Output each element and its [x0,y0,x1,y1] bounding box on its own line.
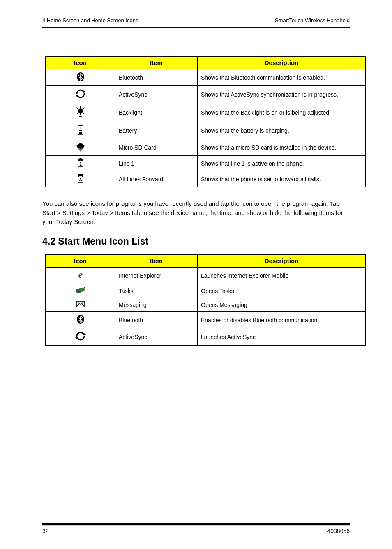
desc-cell: Shows that Bluetooth communication is en… [198,69,366,86]
col-icon: Icon [46,57,115,69]
sync-icon [74,331,87,343]
footer-rule-2 [42,524,350,526]
col-item: Item [115,57,198,69]
header-rule-1 [42,26,350,26]
svg-line-8 [83,108,85,109]
description-paragraph: You can also see icons for programs you … [42,199,350,226]
desc-cell: Shows that ActiveSync synchronization is… [198,86,366,103]
bluetooth-icon [76,72,85,83]
item-cell: ActiveSync [115,328,198,346]
table-row: Bluetooth Shows that Bluetooth communica… [46,69,366,86]
col-item: Item [115,255,198,268]
table-row: + Battery Shows that the battery is char… [46,122,366,139]
desc-cell: Shows that the battery is charging. [198,122,366,139]
sd-card-icon [75,142,86,153]
item-cell: All Lines Forward [115,171,198,187]
col-desc: Description [198,57,366,69]
desc-cell: Enables or disables Bluetooth communicat… [198,312,366,328]
col-icon: Icon [46,255,115,268]
table-row: ActiveSync Launches ActiveSync [46,328,366,346]
header-rule-2 [42,27,350,28]
messaging-icon [76,300,85,309]
header-right: SmartTouch Wireless Handheld [275,17,350,23]
status-icons-table: Icon Item Description Bluetooth Shows th… [45,56,366,187]
item-cell: Bluetooth [115,312,198,328]
table-row: A All Lines Forward Shows that the phone… [46,171,366,187]
item-cell: Micro SD Card [115,139,198,156]
svg-line-7 [76,108,78,109]
doc-number: 4038056 [327,528,350,534]
table-row: Micro SD Card Shows that a micro SD card… [46,139,366,156]
desc-cell: Shows that a micro SD card is installed … [198,139,366,156]
table-row: Messaging Opens Messaging [46,298,366,312]
col-desc: Description [198,255,366,268]
item-cell: Internet Explorer [115,267,198,284]
svg-rect-5 [79,116,82,117]
table-header-row: Icon Item Description [46,255,366,268]
svg-point-3 [78,108,83,113]
footer-rule-1 [42,523,350,524]
svg-line-12 [83,113,84,114]
svg-text:1: 1 [79,162,82,166]
start-menu-icons-table: Icon Item Description e Internet Explore… [45,254,366,346]
svg-rect-16 [79,130,82,131]
section-title: 4.2 Start Menu Icon List [42,236,350,247]
table-row: Backlight Shows that the Backlight is on… [46,103,366,122]
desc-cell: Opens Messaging [198,298,366,312]
table-row: 1 Line 1 Shows that line 1 is active on … [46,156,366,171]
battery-icon: + [77,125,84,136]
line1-icon: 1 [76,158,85,168]
desc-cell: Opens Tasks [198,284,366,298]
desc-cell: Shows that the phone is set to forward a… [198,171,366,187]
table-row: Bluetooth Enables or disables Bluetooth … [46,312,366,328]
svg-point-24 [79,288,85,292]
tasks-icon [75,286,86,295]
table-row: Tasks Opens Tasks [46,284,366,298]
desc-cell: Launches ActiveSync [198,328,366,346]
desc-cell: Shows that line 1 is active on the phone… [198,156,366,171]
table-header-row: Icon Item Description [46,57,366,69]
item-cell: Backlight [115,103,198,122]
item-cell: Battery [115,122,198,139]
item-cell: Line 1 [115,156,198,171]
table-row: e Internet Explorer Launches Internet Ex… [46,267,366,284]
page-number: 32 [42,528,49,534]
item-cell: ActiveSync [115,86,198,103]
svg-text:e: e [78,270,83,280]
item-cell: Messaging [115,298,198,312]
svg-rect-17 [79,132,82,134]
header-left: 4 Home Screen and Home Screen Icons [42,17,138,23]
item-cell: Tasks [115,284,198,298]
svg-rect-4 [80,113,81,115]
desc-cell: Launches Internet Explorer Mobile [198,267,366,284]
svg-line-11 [77,113,78,114]
bluetooth-icon [76,314,85,325]
desc-cell: Shows that the Backlight is on or is bei… [198,103,366,122]
ie-icon: e [76,270,85,281]
all-lines-forward-icon: A [76,174,85,184]
svg-text:A: A [79,178,82,182]
svg-text:+: + [79,127,81,129]
backlight-icon [74,106,87,119]
sync-icon [74,88,87,100]
item-cell: Bluetooth [115,69,198,86]
table-row: ActiveSync Shows that ActiveSync synchro… [46,86,366,103]
